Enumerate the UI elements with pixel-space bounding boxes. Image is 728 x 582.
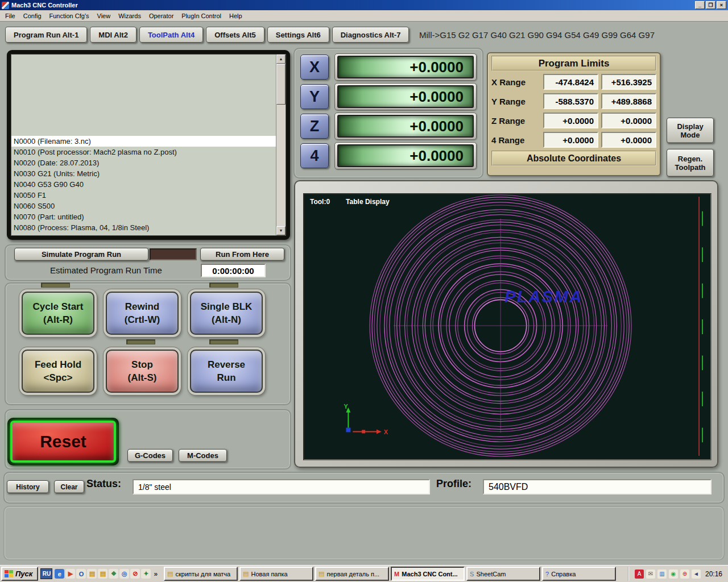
window-title: Mach3 CNC Controller <box>11 2 694 9</box>
tray-app-icon[interactable]: A <box>635 569 644 579</box>
clear-status-button[interactable]: Clear <box>54 480 84 493</box>
menu-plugin-control[interactable]: PlugIn Control <box>177 11 225 21</box>
limit-min-value: -588.5370 <box>543 93 598 109</box>
feed-hold-button[interactable]: Feed Hold<Spc> <box>22 350 94 393</box>
taskbar-task-2[interactable]: ▤первая деталь п... <box>315 567 389 581</box>
desktop-icon[interactable]: ❖ <box>109 569 118 579</box>
estimated-time-label: Estimated Program Run Time <box>50 265 162 275</box>
toolpath-display[interactable]: Tool:0 Table Display PLASMA Y X <box>303 193 712 460</box>
axis-button-4[interactable]: 4 <box>300 143 329 168</box>
tray-antivirus-icon[interactable]: ◉ <box>669 569 678 579</box>
menu-view[interactable]: View <box>93 11 115 21</box>
folder-icon[interactable]: ▤ <box>98 569 107 579</box>
dro-panel: X+0.0000Y+0.0000Z+0.00004+0.0000 <box>293 48 483 178</box>
menu-config[interactable]: Config <box>19 11 46 21</box>
scroll-down-icon[interactable] <box>276 226 286 235</box>
history-button[interactable]: History <box>7 480 49 493</box>
gcodes-button[interactable]: G-Codes <box>127 449 173 462</box>
tab-offsets-alt5[interactable]: Offsets Alt5 <box>206 27 264 43</box>
folder-icon[interactable]: ▤ <box>87 569 97 579</box>
rewind-button[interactable]: Rewind(Crtl-W) <box>106 292 179 335</box>
axis-button-x[interactable]: X <box>300 55 329 80</box>
system-tray: A✉▥◉⊕◄ 20:16 <box>628 567 727 581</box>
tab-mdi-alt2[interactable]: MDI Alt2 <box>90 27 136 43</box>
menu-file[interactable]: File <box>1 11 19 21</box>
taskbar-task-3[interactable]: MMach3 CNC Cont... <box>391 567 465 581</box>
maximize-button[interactable]: ❐ <box>706 1 715 9</box>
axis-button-y[interactable]: Y <box>300 84 329 109</box>
taskbar-task-0[interactable]: ▤скрипты для матча <box>164 567 238 581</box>
toolpath-canvas[interactable]: PLASMA Y X <box>304 194 710 459</box>
tab-program-run-alt-1[interactable]: Program Run Alt-1 <box>5 27 87 43</box>
sheetcam-icon: S <box>470 571 474 577</box>
taskbar-task-1[interactable]: ▤Новая папка <box>239 567 313 581</box>
limit-range-label: Y Range <box>491 97 540 106</box>
cycle-start-button[interactable]: Cycle Start(Alt-R) <box>22 292 94 335</box>
close-button[interactable]: × <box>717 1 726 9</box>
menu-operator[interactable]: Operator <box>145 11 177 21</box>
menu-bar: FileConfigFunction Cfg'sViewWizardsOpera… <box>0 10 728 22</box>
tray-update-icon[interactable]: ⊕ <box>680 569 689 579</box>
status-field[interactable] <box>133 479 430 494</box>
dro-value-z[interactable]: +0.0000 <box>337 115 474 138</box>
stop-button[interactable]: Stop(Alt-S) <box>106 350 179 393</box>
folder-icon: ▤ <box>318 570 324 577</box>
gcode-line-current: N0000 (Filename: 3.nc) <box>11 136 276 147</box>
menu-function-cfg-s[interactable]: Function Cfg's <box>46 11 93 21</box>
media-player-icon[interactable]: ▶ <box>65 569 75 579</box>
taskbar-task-5[interactable]: ?Справка <box>542 567 616 581</box>
profile-field[interactable] <box>483 479 712 494</box>
messenger-icon[interactable]: ✦ <box>141 569 151 579</box>
limit-min-value: +0.0000 <box>543 132 598 148</box>
outlook-icon[interactable]: O <box>76 569 86 579</box>
scroll-thumb[interactable] <box>276 64 286 105</box>
reverse-button[interactable]: ReverseRun <box>190 350 263 393</box>
menu-help[interactable]: Help <box>225 11 246 21</box>
reset-button[interactable]: Reset <box>10 421 116 463</box>
quicklaunch-overflow-icon[interactable]: » <box>151 570 160 578</box>
mach3-app-icon <box>2 2 9 9</box>
scroll-track[interactable] <box>276 64 286 226</box>
program-limits-panel: Program Limits X Range-474.8424+516.3925… <box>487 52 661 176</box>
task-label: SheetCam <box>476 571 506 577</box>
tray-mail-icon[interactable]: ✉ <box>646 569 655 579</box>
tray-network-icon[interactable]: ▥ <box>657 569 667 579</box>
tab-toolpath-alt4[interactable]: ToolPath Alt4 <box>139 27 203 43</box>
gcode-line: N0070 (Part: untitled) <box>11 211 276 222</box>
folder-icon: ▤ <box>167 570 173 577</box>
dro-value-x[interactable]: +0.0000 <box>337 56 474 78</box>
regen-toolpath-button[interactable]: Regen. Toolpath <box>667 149 714 177</box>
menu-wizards[interactable]: Wizards <box>114 11 145 21</box>
profile-label: Profile: <box>436 478 471 490</box>
minimize-button[interactable]: _ <box>695 1 705 9</box>
display-mode-button[interactable]: Display Mode <box>667 118 714 143</box>
mcodes-button[interactable]: M-Codes <box>179 449 227 462</box>
regen-label-2: Toolpath <box>675 163 706 172</box>
axis-button-z[interactable]: Z <box>300 114 329 139</box>
run-from-here-button[interactable]: Run From Here <box>200 248 284 261</box>
limit-max-value: +0.0000 <box>601 132 656 148</box>
tab-diagnostics-alt-7[interactable]: Diagnostics Alt-7 <box>332 27 410 43</box>
limit-max-value: +0.0000 <box>601 113 656 128</box>
scroll-up-icon[interactable] <box>276 55 286 64</box>
dro-value-y[interactable]: +0.0000 <box>337 85 474 108</box>
single-blk-button[interactable]: Single BLK(Alt-N) <box>190 292 263 335</box>
ie-icon[interactable]: e <box>55 569 64 579</box>
button-label-line1: Rewind <box>125 301 159 313</box>
taskbar-task-4[interactable]: SSheetCam <box>466 567 540 581</box>
language-indicator[interactable]: RU <box>40 568 52 579</box>
stop-icon[interactable]: ⊘ <box>130 569 140 579</box>
simulate-program-run-button[interactable]: Simulate Program Run <box>14 248 148 261</box>
dro-value-4[interactable]: +0.0000 <box>337 144 474 167</box>
globe-icon[interactable]: ◎ <box>119 569 129 579</box>
start-button[interactable]: Пуск <box>1 567 38 581</box>
table-display-label: Table Display <box>346 198 389 206</box>
tray-volume-icon[interactable]: ◄ <box>692 569 701 579</box>
taskbar-clock: 20:16 <box>705 570 722 578</box>
folder-icon: ▤ <box>243 570 249 577</box>
windows-flag-icon <box>5 570 13 577</box>
button-label-line2: (Alt-R) <box>43 314 73 326</box>
gcode-list[interactable]: N0000 (Filename: 3.nc)N0010 (Post proces… <box>11 55 276 235</box>
tab-settings-alt6[interactable]: Settings Alt6 <box>267 27 329 43</box>
toolpath-watermark: PLASMA <box>504 287 582 306</box>
